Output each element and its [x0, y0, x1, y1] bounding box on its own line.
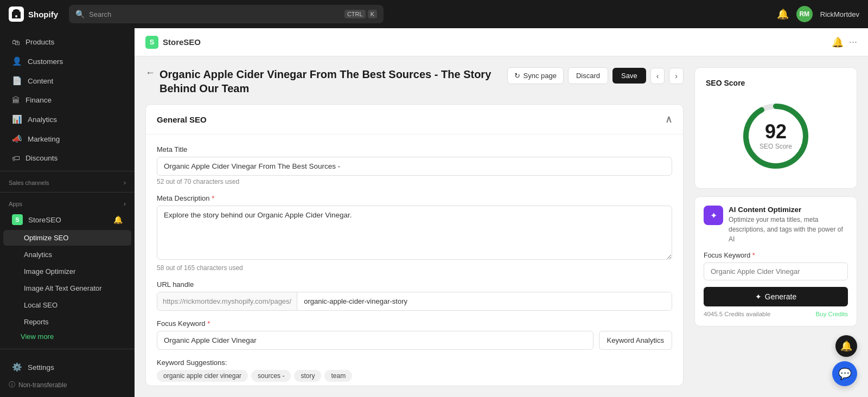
page-actions: ↻ Sync page Discard Save ‹ › [507, 67, 684, 84]
sidebar-item-marketing[interactable]: 📣 Marketing [3, 130, 131, 148]
url-handle-label: URL handle [157, 280, 672, 289]
meta-title-input[interactable] [157, 157, 672, 176]
sidebar-item-storeseo[interactable]: S StoreSEO 🔔 [3, 210, 131, 229]
generate-button[interactable]: ✦ Generate [704, 287, 848, 306]
credits-row: 4045.5 Credits available Buy Credits [704, 311, 848, 317]
sidebar-item-label-content: Content [28, 77, 53, 85]
sidebar-item-content[interactable]: 📄 Content [3, 72, 131, 90]
sales-channels-section: Sales channels › [0, 175, 135, 189]
username-label: RickMortdev [820, 10, 859, 18]
content-icon: 📄 [12, 76, 22, 86]
sales-channels-chevron[interactable]: › [124, 179, 126, 187]
sync-page-button[interactable]: ↻ Sync page [507, 67, 564, 84]
search-icon: 🔍 [75, 10, 85, 18]
storeseo-bell-icon[interactable]: 🔔 [113, 215, 123, 224]
collapse-icon[interactable]: ∧ [665, 113, 672, 125]
topnav: Shopify 🔍 Search CTRL K 🔔 RM RickMortdev [0, 0, 868, 28]
meta-title-label: Meta Title [157, 145, 672, 153]
search-ctrl-key: CTRL [344, 10, 366, 18]
sales-channels-label: Sales channels [9, 180, 49, 186]
reports-label: Reports [24, 318, 49, 326]
sidebar: 🛍 Products 👤 Customers 📄 Content 🏛 Finan… [0, 28, 135, 397]
sidebar-sub-optimize-seo[interactable]: Optimize SEO [3, 230, 131, 246]
ai-icon: ✦ [704, 206, 723, 225]
keyword-tag-1[interactable]: sources - [251, 370, 291, 382]
meta-title-char-count: 52 out of 70 characters used [157, 178, 672, 185]
header-more-icon[interactable]: ··· [849, 36, 857, 48]
keyword-tag-2[interactable]: story [294, 370, 321, 382]
keyword-tag-3[interactable]: team [324, 370, 352, 382]
ai-focus-keyword-label: Focus Keyword * [704, 252, 848, 259]
keyword-suggestions-section: Keyword Suggestions: organic apple cider… [157, 358, 672, 382]
topnav-right: 🔔 RM RickMortdev [777, 6, 859, 22]
avatar[interactable]: RM [796, 6, 813, 22]
sidebar-sub-analytics[interactable]: Analytics [3, 247, 131, 262]
discard-button[interactable]: Discard [568, 67, 608, 84]
seo-card-body: Meta Title 52 out of 70 characters used … [146, 135, 683, 386]
apps-chevron[interactable]: › [124, 200, 126, 208]
sidebar-item-label-marketing: Marketing [28, 135, 60, 143]
keyword-row: Keyword Analytics [157, 331, 672, 350]
customers-icon: 👤 [12, 56, 22, 66]
sidebar-item-label-products: Products [25, 38, 54, 46]
optimize-seo-label: Optimize SEO [24, 234, 68, 242]
seo-card-header: General SEO ∧ [146, 105, 683, 135]
local-seo-label: Local SEO [24, 301, 58, 309]
sidebar-item-analytics[interactable]: 📊 Analytics [3, 110, 131, 129]
meta-description-label: Meta Description * [157, 194, 672, 202]
back-arrow-icon[interactable]: ← [145, 67, 155, 79]
content-area: S StoreSEO 🔔 ··· ← Organic Apple Cider V… [135, 28, 868, 397]
sidebar-sub-image-optimizer[interactable]: Image Optimizer [3, 264, 131, 279]
save-button[interactable]: Save [612, 68, 646, 84]
ai-description: Optimize your meta titles, meta descript… [729, 215, 848, 244]
products-icon: 🛍 [12, 37, 20, 47]
sidebar-item-settings[interactable]: ⚙️ Settings [3, 358, 131, 376]
search-placeholder: Search [89, 10, 111, 18]
nav-prev-button[interactable]: ‹ [650, 68, 665, 84]
sidebar-sub-reports[interactable]: Reports [3, 314, 131, 330]
focus-keyword-label: Focus Keyword * [157, 319, 672, 328]
keyword-tag-0[interactable]: organic apple cider vinegar [157, 370, 248, 382]
search-bar[interactable]: 🔍 Search CTRL K [69, 5, 384, 23]
url-suffix-input[interactable] [297, 292, 672, 310]
focus-keyword-input[interactable] [157, 331, 593, 350]
generate-sparkle-icon: ✦ [755, 292, 762, 301]
main-col: ← Organic Apple Cider Vinegar From The B… [145, 67, 684, 386]
score-circle: 92 SEO Score [738, 98, 814, 174]
header-bell-icon[interactable]: 🔔 [832, 36, 844, 48]
storeseo-header-right: 🔔 ··· [832, 36, 857, 48]
storeseo-logo: S StoreSEO [145, 36, 201, 49]
sync-icon: ↻ [514, 72, 520, 80]
keyword-suggestions-label: Keyword Suggestions: [157, 358, 672, 367]
meta-description-textarea[interactable]: Explore the story behind our Organic App… [157, 206, 672, 260]
buy-credits-link[interactable]: Buy Credits [816, 311, 848, 317]
finance-icon: 🏛 [12, 95, 20, 105]
storeseo-header: S StoreSEO 🔔 ··· [135, 28, 868, 56]
title-actions-row: ← Organic Apple Cider Vinegar From The B… [145, 67, 684, 95]
sidebar-item-finance[interactable]: 🏛 Finance [3, 91, 131, 109]
meta-description-field: Meta Description * Explore the story beh… [157, 194, 672, 272]
ai-focus-keyword-input[interactable] [704, 262, 848, 280]
shopify-logo[interactable]: Shopify [9, 7, 58, 22]
image-alt-label: Image Alt Text Generator [24, 284, 102, 292]
sidebar-item-products[interactable]: 🛍 Products [3, 33, 131, 51]
sidebar-item-customers[interactable]: 👤 Customers [3, 52, 131, 71]
apps-label: Apps [9, 201, 22, 207]
sidebar-sub-local-seo[interactable]: Local SEO [3, 297, 131, 313]
storeseo-header-icon: S [145, 36, 158, 49]
keyword-analytics-button[interactable]: Keyword Analytics [599, 331, 673, 350]
nav-next-button[interactable]: › [669, 68, 684, 84]
sidebar-item-label-finance: Finance [25, 96, 52, 104]
score-text: 92 SEO Score [760, 122, 792, 150]
sidebar-sub-image-alt[interactable]: Image Alt Text Generator [3, 280, 131, 296]
notification-bell-icon[interactable]: 🔔 [777, 8, 789, 20]
view-more-link[interactable]: View more [0, 330, 135, 343]
url-field-wrap: https://rickmortdev.myshopify.com/pages/ [157, 292, 672, 311]
float-notify-button[interactable]: 🔔 [835, 335, 857, 357]
search-k-key: K [368, 10, 377, 18]
ai-card-header: ✦ AI Content Optimizer Optimize your met… [704, 206, 848, 244]
url-handle-field: URL handle https://rickmortdev.myshopify… [157, 280, 672, 311]
float-chat-button[interactable]: 💬 [832, 361, 857, 386]
sidebar-item-discounts[interactable]: 🏷 Discounts [3, 149, 131, 167]
page-title: Organic Apple Cider Vinegar From The Bes… [159, 67, 502, 95]
